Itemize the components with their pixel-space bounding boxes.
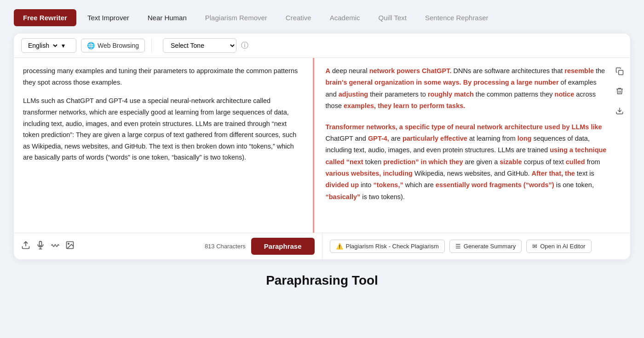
upload-icon[interactable]: [21, 241, 30, 252]
bottom-icons: [21, 241, 75, 252]
app-wrapper: Free Rewriter Text Improver Near Human P…: [0, 0, 644, 297]
highlight-span: Transformer networks, a specific type of…: [326, 123, 602, 131]
globe-icon: 🌐: [87, 42, 95, 49]
highlight-span: notice: [555, 91, 575, 98]
nav-text-improver[interactable]: Text Improver: [80, 9, 137, 26]
highlight-span: particularly effective: [402, 135, 467, 142]
highlight-span: divided up: [326, 181, 359, 189]
svg-rect-0: [619, 70, 623, 75]
web-browsing-button[interactable]: 🌐 Web Browsing: [81, 39, 145, 52]
highlight-span: GPT-4,: [368, 135, 389, 142]
bottom-right-area: ⚠️ Plagiarism Risk - Check Plagiarism ☰ …: [322, 233, 631, 259]
highlight-span: culled: [566, 158, 585, 166]
open-ai-editor-button[interactable]: ✉ Open in AI Editor: [526, 240, 591, 253]
content-row: processing many examples and tuning thei…: [14, 58, 630, 233]
mic-icon[interactable]: [36, 241, 45, 252]
svg-point-7: [68, 243, 69, 245]
left-para-1: processing many examples and tuning thei…: [23, 65, 305, 88]
main-card: English Spanish French German ▾ 🌐 Web Br…: [14, 34, 630, 259]
ai-editor-icon: ✉: [532, 243, 537, 250]
nav-sentence-rephraser[interactable]: Sentence Rephraser: [418, 9, 496, 26]
toolbar-divider: [151, 39, 152, 52]
language-selector[interactable]: English Spanish French German ▾: [21, 38, 76, 53]
nav-quill-text[interactable]: Quill Text: [371, 9, 414, 26]
summary-label: Generate Summary: [464, 243, 516, 250]
download-button[interactable]: [614, 105, 626, 119]
highlight-span: examples, they learn to perform tasks.: [344, 102, 465, 109]
side-actions: [614, 65, 626, 119]
nav-near-human[interactable]: Near Human: [140, 9, 194, 26]
bottom-row: 813 Characters Paraphrase ⚠️ Plagiarism …: [14, 233, 630, 259]
plagiarism-icon: ⚠️: [336, 243, 343, 250]
wave-icon[interactable]: [51, 241, 60, 251]
highlight-span: A: [326, 67, 330, 74]
top-nav: Free Rewriter Text Improver Near Human P…: [14, 9, 630, 26]
summary-icon: ☰: [455, 243, 461, 250]
web-browsing-label: Web Browsing: [98, 42, 139, 49]
right-para-1: A deep neural network powers ChatGPT. DN…: [326, 65, 608, 112]
highlight-span: “tokens,”: [373, 181, 403, 189]
paraphrase-button[interactable]: Paraphrase: [251, 238, 315, 255]
highlight-span: prediction” in which they: [383, 158, 463, 166]
plagiarism-label: Plagiarism Risk - Check Plagiarism: [346, 243, 439, 250]
right-toolbar: Select Tone Formal Casual Professional F…: [158, 38, 623, 53]
plagiarism-check-button[interactable]: ⚠️ Plagiarism Risk - Check Plagiarism: [330, 240, 445, 253]
delete-button[interactable]: [614, 85, 626, 99]
copy-button[interactable]: [614, 65, 626, 80]
info-icon: ⓘ: [241, 41, 248, 51]
highlight-span: brain's general organization in some way…: [326, 79, 559, 86]
highlight-span: sizable: [500, 158, 522, 166]
toolbar-row: English Spanish French German ▾ 🌐 Web Br…: [14, 34, 630, 58]
highlight-span: using a technique called “next: [326, 146, 607, 165]
left-border-accent: [313, 58, 314, 233]
nav-plagiarism-remover[interactable]: Plagiarism Remover: [198, 9, 275, 26]
chevron-down-icon: ▾: [62, 42, 65, 49]
right-para-2: Transformer networks, a specific type of…: [326, 121, 608, 203]
left-panel: processing many examples and tuning thei…: [14, 58, 314, 233]
highlight-span: network powers ChatGPT.: [369, 67, 452, 74]
left-para-2: LLMs such as ChatGPT and GPT-4 use a spe…: [23, 95, 305, 163]
right-panel-text: A deep neural network powers ChatGPT. DN…: [326, 65, 608, 203]
highlight-span: adjusting: [339, 91, 368, 98]
highlight-span: After that, the: [532, 170, 575, 177]
highlight-span: resemble: [564, 67, 594, 74]
svg-rect-3: [40, 241, 42, 246]
char-count: 813 Characters: [205, 243, 246, 250]
right-panel: A deep neural network powers ChatGPT. DN…: [315, 58, 631, 233]
nav-academic[interactable]: Academic: [322, 9, 368, 26]
footer-title: Paraphrasing Tool: [14, 273, 630, 288]
ai-editor-label: Open in AI Editor: [540, 243, 585, 250]
generate-summary-button[interactable]: ☰ Generate Summary: [449, 240, 522, 253]
nav-creative[interactable]: Creative: [278, 9, 319, 26]
image-icon[interactable]: [65, 241, 75, 252]
highlight-span: “basically”: [326, 193, 361, 201]
highlight-span: roughly match: [428, 91, 474, 98]
highlight-span: essentially word fragments (“words”): [436, 181, 554, 189]
nav-free-rewriter[interactable]: Free Rewriter: [14, 9, 76, 26]
bottom-left-area: 813 Characters Paraphrase: [14, 233, 322, 259]
highlight-span: various websites, including: [326, 170, 413, 177]
language-dropdown[interactable]: English Spanish French German: [26, 41, 59, 50]
highlight-span: long: [518, 135, 532, 142]
left-panel-text: processing many examples and tuning thei…: [23, 65, 305, 163]
tone-select[interactable]: Select Tone Formal Casual Professional F…: [163, 38, 236, 53]
